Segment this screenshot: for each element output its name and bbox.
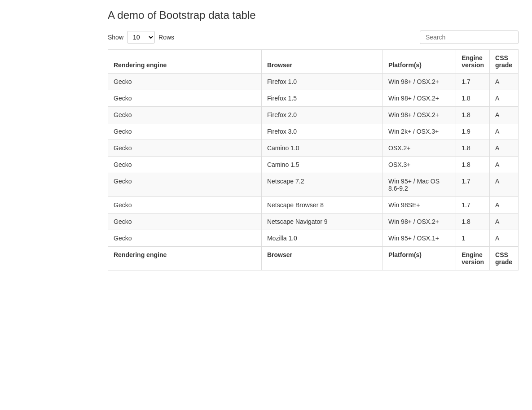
cell-platform: Win 2k+ / OSX.3+ — [383, 123, 456, 140]
cell-version: 1.8 — [456, 90, 490, 107]
cell-engine: Gecko — [108, 90, 262, 107]
cell-browser: Firefox 1.0 — [261, 74, 383, 90]
cell-engine: Gecko — [108, 157, 262, 173]
cell-platform: Win 98+ / OSX.2+ — [383, 74, 456, 90]
cell-version: 1.8 — [456, 107, 490, 123]
table-foot: Rendering engine Browser Platform(s) Eng… — [108, 247, 519, 270]
table-row: GeckoNetscape Browser 8Win 98SE+1.7A — [108, 197, 519, 214]
cell-grade: A — [490, 140, 519, 157]
cell-grade: A — [490, 230, 519, 247]
table-row: GeckoFirefox 3.0Win 2k+ / OSX.3+1.9A — [108, 123, 519, 140]
table-footer-row: Rendering engine Browser Platform(s) Eng… — [108, 247, 519, 270]
cell-version: 1.7 — [456, 173, 490, 197]
table-row: GeckoFirefox 1.5Win 98+ / OSX.2+1.8A — [108, 90, 519, 107]
rows-per-page-select[interactable]: 10 25 50 100 — [127, 31, 155, 44]
page-title: A demo of Bootstrap data table — [108, 9, 519, 22]
controls-row: Show 10 25 50 100 Rows — [108, 31, 519, 44]
cell-engine: Gecko — [108, 123, 262, 140]
table-row: GeckoFirefox 1.0Win 98+ / OSX.2+1.7A — [108, 74, 519, 90]
page-wrapper: A demo of Bootstrap data table Show 10 2… — [0, 0, 532, 284]
cell-version: 1.8 — [456, 140, 490, 157]
cell-engine: Gecko — [108, 74, 262, 90]
cell-version: 1.7 — [456, 197, 490, 214]
cell-grade: A — [490, 90, 519, 107]
cell-browser: Firefox 3.0 — [261, 123, 383, 140]
data-table: Rendering engine Browser Platform(s) Eng… — [108, 49, 519, 270]
th-platform: Platform(s) — [383, 50, 456, 74]
cell-platform: OSX.2+ — [383, 140, 456, 157]
cell-platform: Win 95+ / OSX.1+ — [383, 230, 456, 247]
table-row: GeckoFirefox 2.0Win 98+ / OSX.2+1.8A — [108, 107, 519, 123]
tfoot-version: Engine version — [456, 247, 490, 270]
cell-engine: Gecko — [108, 173, 262, 197]
show-row: Show 10 25 50 100 Rows — [108, 31, 174, 44]
rows-label: Rows — [158, 34, 174, 41]
th-version: Engine version — [456, 50, 490, 74]
tfoot-platform: Platform(s) — [383, 247, 456, 270]
cell-grade: A — [490, 173, 519, 197]
cell-engine: Gecko — [108, 197, 262, 214]
cell-browser: Firefox 2.0 — [261, 107, 383, 123]
cell-version: 1.8 — [456, 157, 490, 173]
cell-browser: Firefox 1.5 — [261, 90, 383, 107]
cell-grade: A — [490, 214, 519, 230]
tfoot-engine: Rendering engine — [108, 247, 262, 270]
tfoot-browser: Browser — [261, 247, 383, 270]
table-row: GeckoCamino 1.5OSX.3+1.8A — [108, 157, 519, 173]
search-input[interactable] — [420, 31, 519, 44]
th-engine: Rendering engine — [108, 50, 262, 74]
cell-platform: Win 95+ / Mac OS 8.6-9.2 — [383, 173, 456, 197]
cell-grade: A — [490, 107, 519, 123]
table-row: GeckoNetscape 7.2Win 95+ / Mac OS 8.6-9.… — [108, 173, 519, 197]
cell-grade: A — [490, 197, 519, 214]
cell-version: 1 — [456, 230, 490, 247]
cell-version: 1.8 — [456, 214, 490, 230]
cell-version: 1.9 — [456, 123, 490, 140]
cell-platform: Win 98SE+ — [383, 197, 456, 214]
cell-browser: Mozilla 1.0 — [261, 230, 383, 247]
cell-platform: OSX.3+ — [383, 157, 456, 173]
cell-browser: Netscape Browser 8 — [261, 197, 383, 214]
cell-platform: Win 98+ / OSX.2+ — [383, 214, 456, 230]
table-head: Rendering engine Browser Platform(s) Eng… — [108, 50, 519, 74]
cell-engine: Gecko — [108, 107, 262, 123]
cell-grade: A — [490, 157, 519, 173]
table-row: GeckoCamino 1.0OSX.2+1.8A — [108, 140, 519, 157]
cell-platform: Win 98+ / OSX.2+ — [383, 90, 456, 107]
cell-browser: Camino 1.0 — [261, 140, 383, 157]
table-header-row: Rendering engine Browser Platform(s) Eng… — [108, 50, 519, 74]
table-body: GeckoFirefox 1.0Win 98+ / OSX.2+1.7AGeck… — [108, 74, 519, 247]
th-browser: Browser — [261, 50, 383, 74]
cell-engine: Gecko — [108, 214, 262, 230]
cell-version: 1.7 — [456, 74, 490, 90]
show-label: Show — [108, 34, 123, 41]
cell-browser: Camino 1.5 — [261, 157, 383, 173]
tfoot-grade: CSS grade — [490, 247, 519, 270]
cell-engine: Gecko — [108, 140, 262, 157]
cell-platform: Win 98+ / OSX.2+ — [383, 107, 456, 123]
cell-browser: Netscape Navigator 9 — [261, 214, 383, 230]
table-row: GeckoNetscape Navigator 9Win 98+ / OSX.2… — [108, 214, 519, 230]
cell-browser: Netscape 7.2 — [261, 173, 383, 197]
th-grade: CSS grade — [490, 50, 519, 74]
table-row: GeckoMozilla 1.0Win 95+ / OSX.1+1A — [108, 230, 519, 247]
cell-engine: Gecko — [108, 230, 262, 247]
cell-grade: A — [490, 123, 519, 140]
cell-grade: A — [490, 74, 519, 90]
